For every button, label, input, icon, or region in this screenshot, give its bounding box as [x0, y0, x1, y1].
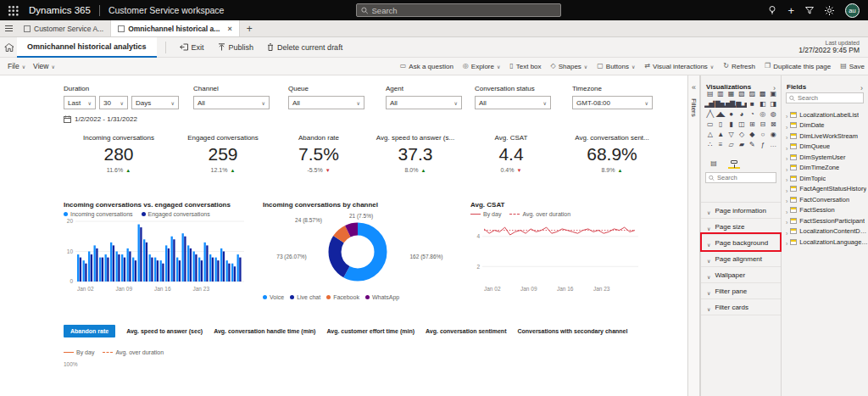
visual-type-icon[interactable]: ◧ — [757, 99, 767, 109]
close-tab-icon[interactable]: × — [227, 25, 231, 33]
field-table-factsession[interactable]: FactSession — [782, 205, 868, 216]
visual-type-icon[interactable]: ◕ — [736, 109, 746, 119]
kpi-card-avg-speed-to-answer-s[interactable]: Avg. speed to answer (s...37.38.0%▲ — [363, 134, 468, 173]
field-table-dimsystemuser[interactable]: DimSystemUser — [782, 152, 868, 163]
toolbar-refresh-button[interactable]: ↻Refresh — [723, 63, 755, 70]
fields-search-input[interactable] — [798, 94, 860, 102]
visual-type-icon[interactable]: ▂▅▇ — [704, 99, 715, 109]
visual-type-icon[interactable]: ⊞ — [747, 120, 757, 129]
visual-type-icon[interactable]: ◎ — [757, 109, 767, 119]
visual-type-icon[interactable]: ▣ — [768, 89, 778, 98]
view-menu[interactable]: View — [33, 62, 55, 70]
kpi-card-avg-conversation-sent[interactable]: Avg. conversation sent...68.9%8.9%▲ — [553, 134, 671, 173]
exit-button[interactable]: Exit — [180, 43, 204, 52]
visual-type-icon[interactable]: ▩ — [757, 89, 767, 98]
visual-type-icon[interactable]: ╱╲ — [704, 109, 715, 119]
field-table-dimliveworkstream[interactable]: DimLiveWorkStream — [782, 131, 868, 142]
format-section-page-background[interactable]: Page background — [701, 235, 781, 251]
expand-pane-icon[interactable] — [692, 78, 696, 93]
visual-type-icon[interactable]: ▮ — [726, 120, 736, 129]
visual-type-icon[interactable]: … — [768, 140, 778, 149]
bar-chart-visual[interactable]: Incoming conversations vs. engaged conve… — [64, 201, 254, 300]
fields-tab-icon[interactable] — [708, 157, 720, 169]
agent-dropdown[interactable]: All — [386, 96, 462, 109]
metric-tab-avg-conversation-sentiment[interactable]: Avg. conversation sentiment — [426, 328, 506, 334]
visual-type-icon[interactable]: ▯ — [715, 120, 725, 129]
channel-dropdown[interactable]: All — [193, 96, 270, 109]
toolbar-text-box-button[interactable]: ▯Text box — [509, 63, 541, 70]
metric-tab-abandon-rate[interactable]: Abandon rate — [64, 325, 115, 337]
duration-value-dropdown[interactable]: 30 — [99, 96, 128, 109]
format-search-input[interactable] — [717, 174, 773, 181]
field-table-factconversation[interactable]: FactConversation — [782, 194, 868, 205]
visual-type-icon[interactable]: ✎ — [747, 140, 757, 149]
line-chart-visual[interactable]: Avg. CSAT By dayAvg. over duration 24Jan… — [470, 201, 648, 300]
field-table-dimtopic[interactable]: DimTopic — [782, 173, 868, 184]
metric-tab-avg-customer-effort-time-min[interactable]: Avg. customer effort time (min) — [326, 328, 415, 334]
field-table-dimtimezone[interactable]: DimTimeZone — [782, 163, 868, 174]
toolbar-visual-interactions-button[interactable]: ⇄Visual interactions — [644, 63, 714, 70]
visual-type-icon[interactable]: ◫ — [736, 120, 746, 129]
duration-last-dropdown[interactable]: Last — [64, 96, 96, 109]
waffle-menu-icon[interactable] — [8, 5, 19, 16]
toolbar-explore-button[interactable]: ◎Explore — [463, 63, 501, 70]
visual-type-icon[interactable]: ▅▇▂ — [726, 99, 736, 109]
kpi-card-abandon-rate[interactable]: Abandon rate7.5%-5.5%▼ — [271, 134, 366, 173]
visual-type-icon[interactable]: ▭ — [704, 120, 715, 129]
kpi-card-avg-csat[interactable]: Avg. CSAT4.40.4%▼ — [471, 134, 551, 173]
add-icon[interactable]: + — [787, 5, 794, 16]
toolbar-buttons-button[interactable]: ▢Buttons — [597, 63, 635, 70]
queue-dropdown[interactable]: All — [288, 96, 364, 109]
visual-type-icon[interactable]: ◉ — [768, 130, 778, 139]
toolbar-shapes-button[interactable]: ◇Shapes — [551, 63, 588, 70]
visual-type-icon[interactable]: ▨ — [747, 89, 757, 98]
field-table-localizationlanguagel[interactable]: LocalizationLanguageL... — [782, 237, 868, 248]
format-section-filter-cards[interactable]: Filter cards — [701, 299, 781, 315]
field-table-dimdate[interactable]: DimDate — [782, 120, 868, 131]
toolbar-ask-a-question-button[interactable]: ▭Ask a question — [400, 63, 453, 70]
fields-search[interactable] — [786, 92, 864, 103]
metric-tab-conversations-with-secondary-channel[interactable]: Conversations with secondary channel — [517, 328, 627, 334]
visual-type-icon[interactable]: ⊠ — [768, 120, 778, 129]
visual-type-icon[interactable]: ∴ — [704, 140, 715, 149]
publish-button[interactable]: Publish — [218, 43, 254, 52]
format-tab-icon[interactable] — [728, 157, 740, 169]
avatar[interactable]: au — [845, 3, 860, 18]
field-table-localizationcontentde[interactable]: LocalizationContentDe... — [782, 226, 868, 237]
toolbar-save-button[interactable]: ▤Save — [840, 63, 865, 70]
visual-type-icon[interactable]: ▥ — [715, 89, 725, 98]
toolbar-duplicate-this-page-button[interactable]: ❐Duplicate this page — [765, 63, 831, 70]
visual-type-icon[interactable]: ▤ — [704, 89, 715, 98]
file-menu[interactable]: File — [8, 62, 25, 70]
format-section-page-alignment[interactable]: Page alignment — [701, 251, 781, 267]
visual-type-icon[interactable]: ▰ — [736, 140, 746, 149]
visual-type-icon[interactable]: ▦ — [726, 89, 736, 98]
visual-type-icon[interactable]: ◇ — [736, 130, 746, 139]
visual-type-icon[interactable]: ▧ — [736, 89, 746, 98]
visual-type-icon[interactable]: △ — [704, 130, 715, 139]
visual-type-icon[interactable]: ○ — [757, 130, 767, 139]
format-section-filter-pane[interactable]: Filter pane — [701, 283, 781, 299]
new-tab-button[interactable]: + — [240, 20, 259, 36]
gear-icon[interactable] — [825, 6, 834, 15]
format-section-page-information[interactable]: Page information — [701, 203, 781, 219]
visual-type-icon[interactable]: ◔ — [747, 109, 757, 119]
visual-type-icon[interactable]: ▽ — [726, 130, 736, 139]
format-section-page-size[interactable]: Page size — [701, 219, 781, 235]
visual-type-icon[interactable]: ◢◣ — [715, 109, 725, 119]
report-page-tab[interactable]: Omnichannel historical analytics — [17, 37, 157, 58]
visual-type-icon[interactable]: ◍ — [768, 109, 778, 119]
visual-type-icon[interactable]: ● — [726, 109, 736, 119]
format-section-wallpaper[interactable]: Wallpaper — [701, 267, 781, 283]
filter-icon[interactable] — [805, 7, 814, 14]
visual-type-icon[interactable]: ▆▂▅ — [736, 99, 746, 109]
global-search-input[interactable] — [372, 6, 556, 15]
donut-chart-visual[interactable]: Incoming conversations by channel 162 (5… — [263, 201, 458, 302]
visual-type-icon[interactable]: ƒ — [757, 140, 767, 149]
home-icon[interactable] — [0, 43, 17, 52]
visual-type-icon[interactable]: ◆ — [747, 130, 757, 139]
lightbulb-icon[interactable] — [768, 5, 776, 15]
delete-draft-button[interactable]: Delete current draft — [267, 43, 342, 52]
timezone-dropdown[interactable]: GMT-08:00 — [572, 96, 653, 109]
conversation-status-dropdown[interactable]: All — [475, 96, 551, 109]
